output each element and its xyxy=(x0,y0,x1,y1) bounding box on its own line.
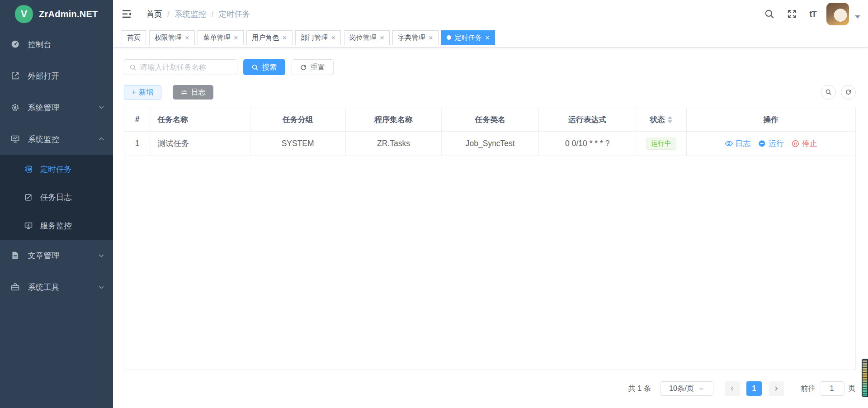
dashboard-icon xyxy=(10,39,20,49)
show-search-button[interactable] xyxy=(821,85,836,100)
chevron-up-icon xyxy=(98,135,105,142)
goto-page-input[interactable] xyxy=(820,381,844,396)
refresh-table-button[interactable] xyxy=(841,85,856,100)
close-icon[interactable]: × xyxy=(234,34,238,41)
page-size-select[interactable]: 10条/页 xyxy=(660,381,713,396)
sidebar-item-task-logs[interactable]: 任务日志 xyxy=(0,183,113,212)
page-size-value: 10条/页 xyxy=(669,384,694,394)
plus-icon: + xyxy=(132,88,136,96)
close-icon[interactable]: × xyxy=(485,34,490,41)
eye-icon xyxy=(725,139,733,148)
table-empty-area xyxy=(124,156,855,370)
tab-label: 权限管理 xyxy=(155,33,182,42)
log-button-label: 日志 xyxy=(191,87,206,97)
topbar-actions: tT xyxy=(752,3,860,25)
column-header-task-name: 任务名称 xyxy=(151,108,250,132)
log-button[interactable]: 日志 xyxy=(173,85,214,100)
search-input[interactable] xyxy=(140,63,232,71)
chevron-down-icon xyxy=(98,252,105,259)
next-page-button[interactable] xyxy=(769,381,784,396)
topbar: 首页 / 系统监控 / 定时任务 tT xyxy=(113,0,868,28)
tab-scheduled-tasks[interactable]: 定时任务× xyxy=(441,30,495,45)
sort-desc-icon[interactable] xyxy=(668,120,672,123)
search-icon[interactable] xyxy=(764,9,775,19)
sidebar: V ZrAdmin.NET 控制台 外部打开 系统管理 xyxy=(0,0,113,408)
run-task-link[interactable]: 运行 xyxy=(758,138,783,149)
column-header-assembly: 程序集名称 xyxy=(346,108,442,132)
page-number-1[interactable]: 1 xyxy=(746,381,762,396)
tab-label: 菜单管理 xyxy=(203,33,231,42)
external-link-icon xyxy=(10,71,20,81)
run-icon xyxy=(758,139,766,148)
column-header-label: 状态 xyxy=(650,114,665,125)
sidebar-item-label: 系统管理 xyxy=(28,102,59,113)
sidebar-item-service-monitor[interactable]: 服务监控 xyxy=(0,212,113,240)
stop-task-link[interactable]: 停止 xyxy=(791,138,817,149)
search-icon xyxy=(251,64,259,71)
sidebar-item-label: 服务监控 xyxy=(40,220,72,231)
fullscreen-icon[interactable] xyxy=(787,9,797,19)
search-button[interactable]: 搜索 xyxy=(243,59,285,75)
tab-menu-management[interactable]: 菜单管理× xyxy=(198,30,244,45)
add-button-label: 新增 xyxy=(139,87,154,97)
stop-icon xyxy=(791,139,800,148)
add-button[interactable]: + 新增 xyxy=(124,85,161,100)
close-icon[interactable]: × xyxy=(331,34,336,41)
sidebar-item-external-open[interactable]: 外部打开 xyxy=(0,60,113,92)
row-cron: 0 0/10 * * * ? xyxy=(539,132,636,156)
tab-dict-management[interactable]: 字典管理× xyxy=(392,30,439,45)
tab-department-management[interactable]: 部门管理× xyxy=(295,30,341,45)
page-word: 页 xyxy=(848,384,855,394)
browser-extension-widget[interactable] xyxy=(862,359,868,397)
close-icon[interactable]: × xyxy=(380,34,384,41)
sidebar-item-label: 文章管理 xyxy=(28,250,59,261)
main-area: 首页 / 系统监控 / 定时任务 tT 首页 权限管理× xyxy=(113,0,868,408)
chevron-right-icon xyxy=(773,385,779,392)
sidebar-item-label: 外部打开 xyxy=(28,71,59,81)
reset-button[interactable]: 重置 xyxy=(292,59,334,75)
avatar[interactable] xyxy=(826,3,849,25)
breadcrumb-system-monitor[interactable]: 系统监控 xyxy=(175,9,206,19)
tab-home[interactable]: 首页 xyxy=(122,30,146,45)
sidebar-item-label: 系统监控 xyxy=(28,134,59,145)
sidebar-item-scheduled-tasks[interactable]: 定时任务 xyxy=(0,155,113,184)
sidebar-item-system-management[interactable]: 系统管理 xyxy=(0,92,113,123)
tab-user-role[interactable]: 用户角色× xyxy=(246,30,292,45)
sidebar-collapse-icon[interactable] xyxy=(121,9,132,19)
sort-asc-icon[interactable] xyxy=(668,116,672,119)
sidebar-item-console[interactable]: 控制台 xyxy=(0,28,113,60)
monitor-icon xyxy=(10,134,20,144)
chevron-down-icon xyxy=(98,104,105,111)
font-size-icon[interactable]: tT xyxy=(809,9,816,19)
breadcrumb: 首页 / 系统监控 / 定时任务 xyxy=(146,9,250,19)
sort-carets-icon[interactable] xyxy=(668,116,672,123)
view-log-link[interactable]: 日志 xyxy=(725,138,750,149)
logo-letter: V xyxy=(21,9,27,20)
search-button-label: 搜索 xyxy=(262,62,277,72)
breadcrumb-separator: / xyxy=(211,9,213,19)
breadcrumb-home[interactable]: 首页 xyxy=(146,9,162,19)
column-header-actions: 操作 xyxy=(687,108,855,132)
gear-icon xyxy=(10,103,20,112)
table-toolbar: + 新增 日志 xyxy=(124,85,856,100)
row-status: 运行中 xyxy=(636,132,686,156)
caret-down-icon[interactable] xyxy=(855,15,860,19)
sidebar-item-system-tools[interactable]: 系统工具 xyxy=(0,271,113,303)
tab-label: 字典管理 xyxy=(398,33,425,42)
app-root: V ZrAdmin.NET 控制台 外部打开 系统管理 xyxy=(0,0,868,408)
refresh-icon xyxy=(845,89,852,95)
app-logo[interactable]: V ZrAdmin.NET xyxy=(0,0,113,28)
tab-label: 首页 xyxy=(127,33,141,42)
column-header-status[interactable]: 状态 xyxy=(636,108,686,132)
prev-page-button[interactable] xyxy=(725,381,740,396)
tab-label: 岗位管理 xyxy=(349,33,377,42)
sidebar-item-label: 控制台 xyxy=(28,39,52,50)
close-icon[interactable]: × xyxy=(283,34,287,41)
sidebar-item-system-monitor[interactable]: 系统监控 xyxy=(0,123,113,155)
close-icon[interactable]: × xyxy=(185,34,189,41)
sidebar-item-article-management[interactable]: 文章管理 xyxy=(0,240,113,271)
row-actions: 日志 运行 停止 xyxy=(687,132,855,156)
tab-post-management[interactable]: 岗位管理× xyxy=(344,30,390,45)
tab-permission-management[interactable]: 权限管理× xyxy=(149,30,195,45)
close-icon[interactable]: × xyxy=(429,34,433,41)
